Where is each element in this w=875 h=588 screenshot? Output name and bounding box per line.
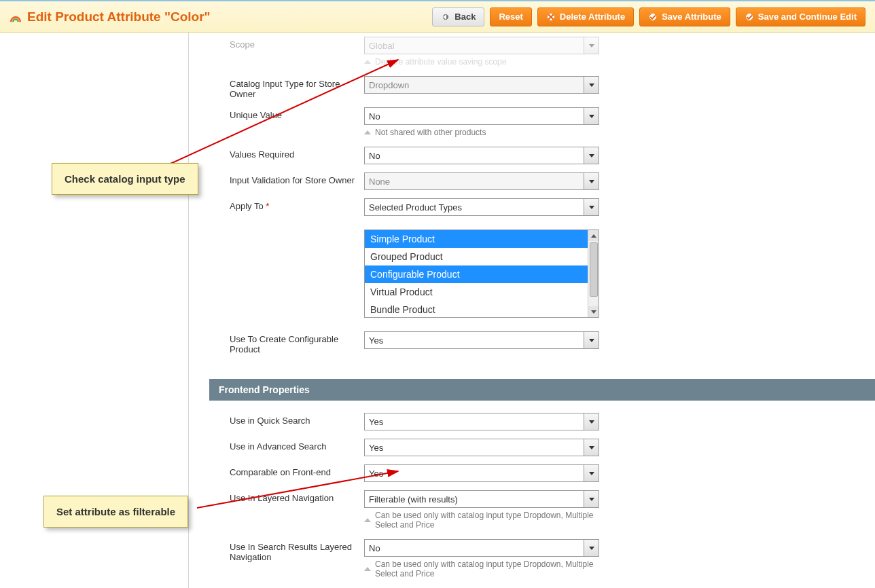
save-label: Save Attribute: [662, 12, 721, 22]
chevron-down-icon: [584, 37, 599, 54]
scrollbar[interactable]: [588, 230, 599, 317]
row-search-results-layered: Use In Search Results Layered Navigation…: [209, 535, 875, 584]
select-unique-value[interactable]: No: [364, 107, 599, 125]
save-attribute-button[interactable]: Save Attribute: [639, 7, 730, 26]
delete-icon: [546, 12, 556, 22]
check-icon: [648, 12, 658, 22]
apply-to-value: Selected Product Types: [369, 202, 462, 213]
select-advanced-search[interactable]: Yes: [364, 439, 599, 456]
unique-value: No: [369, 111, 380, 122]
scope-value: Global: [369, 41, 395, 51]
chevron-down-icon: [584, 465, 599, 481]
row-use-configurable: Use To Create Configurable Product Yes: [209, 322, 875, 359]
chevron-down-icon: [584, 173, 599, 189]
select-scope: Global: [364, 37, 599, 54]
label-search-results-layered: Use In Search Results Layered Navigation: [209, 539, 364, 562]
scroll-down-icon[interactable]: [588, 306, 599, 317]
select-search-results-layered[interactable]: No: [364, 539, 599, 557]
section-frontend-properties: Frontend Properties: [209, 379, 875, 401]
label-layered-nav: Use In Layered Navigation: [209, 490, 364, 503]
select-values-required[interactable]: No: [364, 147, 599, 164]
save-continue-label: Save and Continue Edit: [758, 12, 857, 22]
label-use-configurable: Use To Create Configurable Product: [209, 331, 364, 354]
product-type-option[interactable]: Grouped Product: [365, 248, 599, 265]
select-comparable[interactable]: Yes: [364, 464, 599, 482]
chevron-down-icon: [584, 414, 599, 430]
back-button[interactable]: Back: [432, 7, 484, 26]
select-apply-to[interactable]: Selected Product Types: [364, 198, 599, 216]
row-quick-search: Use in Quick Search Yes: [209, 409, 875, 435]
chevron-down-icon: [584, 439, 599, 456]
product-type-option[interactable]: Bundle Product: [365, 301, 599, 318]
label-values-required: Values Required: [209, 147, 364, 160]
row-advanced-search: Use in Advanced Search Yes: [209, 435, 875, 460]
page-title: Edit Product Attribute "Color": [27, 10, 211, 24]
row-comparable: Comparable on Front-end Yes: [209, 460, 875, 486]
hint-unique-value: Not shared with other products: [364, 125, 599, 139]
save-continue-button[interactable]: Save and Continue Edit: [736, 7, 865, 26]
scroll-up-icon[interactable]: [588, 230, 599, 241]
back-label: Back: [454, 12, 476, 22]
callout-set-filterable: Set attribute as filterable: [43, 496, 188, 528]
delete-attribute-button[interactable]: Delete Attribute: [537, 7, 634, 26]
label-quick-search: Use in Quick Search: [209, 413, 364, 426]
chevron-down-icon: [584, 199, 599, 215]
row-scope: Scope Global Declare attribute value sav…: [209, 33, 875, 72]
label-advanced-search: Use in Advanced Search: [209, 439, 364, 452]
label-input-validation: Input Validation for Store Owner: [209, 172, 364, 185]
row-product-types: Simple ProductGrouped ProductConfigurabl…: [209, 220, 875, 322]
row-values-required: Values Required No: [209, 143, 875, 168]
label-comparable: Comparable on Front-end: [209, 464, 364, 477]
chevron-down-icon: [584, 77, 599, 93]
row-layered-nav: Use In Layered Navigation Filterable (wi…: [209, 486, 875, 535]
label-apply-to: Apply To *: [209, 198, 364, 211]
hint-scope: Declare attribute value saving scope: [364, 54, 599, 68]
scroll-thumb[interactable]: [590, 242, 598, 297]
label-unique-value: Unique Value: [209, 107, 364, 120]
product-type-option[interactable]: Simple Product: [365, 230, 599, 248]
row-catalog-input-type: Catalog Input Type for Store Owner Dropd…: [209, 72, 875, 103]
label-scope: Scope: [209, 37, 364, 50]
triangle-icon: [364, 130, 371, 134]
multiselect-product-types[interactable]: Simple ProductGrouped ProductConfigurabl…: [364, 229, 599, 318]
reset-label: Reset: [499, 12, 522, 22]
hint-search-results-layered: Can be used only with catalog input type…: [364, 557, 599, 580]
input-validation-value: None: [369, 177, 390, 187]
select-layered-nav[interactable]: Filterable (with results): [364, 490, 599, 508]
row-apply-to: Apply To * Selected Product Types: [209, 194, 875, 220]
product-type-option[interactable]: Virtual Product: [365, 283, 599, 301]
select-catalog-input-type[interactable]: Dropdown: [364, 76, 599, 94]
values-required-value: No: [369, 151, 380, 161]
label-catalog-input-type: Catalog Input Type for Store Owner: [209, 76, 364, 99]
triangle-icon: [364, 518, 371, 522]
check-icon: [745, 12, 754, 22]
select-input-validation[interactable]: None: [364, 172, 599, 190]
triangle-icon: [364, 60, 371, 64]
main-content: Scope Global Declare attribute value sav…: [189, 33, 875, 588]
hint-layered-nav: Can be used only with catalog input type…: [364, 508, 599, 531]
product-type-option[interactable]: Configurable Product: [365, 265, 599, 283]
chevron-down-icon: [584, 147, 599, 164]
callout-check-catalog-input: Check catalog input type: [52, 163, 198, 195]
delete-label: Delete Attribute: [560, 12, 625, 22]
use-configurable-value: Yes: [369, 335, 383, 346]
catalog-input-value: Dropdown: [369, 80, 409, 90]
rainbow-icon: [10, 11, 22, 23]
row-promo-rule: Use for Promo Rule Conditions No: [209, 584, 875, 588]
select-quick-search[interactable]: Yes: [364, 413, 599, 430]
reset-button[interactable]: Reset: [490, 7, 531, 26]
chevron-down-icon: [584, 491, 599, 507]
chevron-down-icon: [584, 108, 599, 124]
chevron-down-icon: [584, 540, 599, 556]
back-icon: [441, 12, 450, 22]
select-use-configurable[interactable]: Yes: [364, 331, 599, 349]
required-marker: *: [266, 201, 269, 211]
chevron-down-icon: [584, 332, 599, 348]
triangle-icon: [364, 567, 371, 571]
row-unique-value: Unique Value No Not shared with other pr…: [209, 103, 875, 143]
page-header: Edit Product Attribute "Color" Back Rese…: [0, 0, 875, 33]
row-input-validation: Input Validation for Store Owner None: [209, 168, 875, 194]
header-button-group: Back Reset Delete Attribute Save Attribu…: [432, 7, 865, 26]
